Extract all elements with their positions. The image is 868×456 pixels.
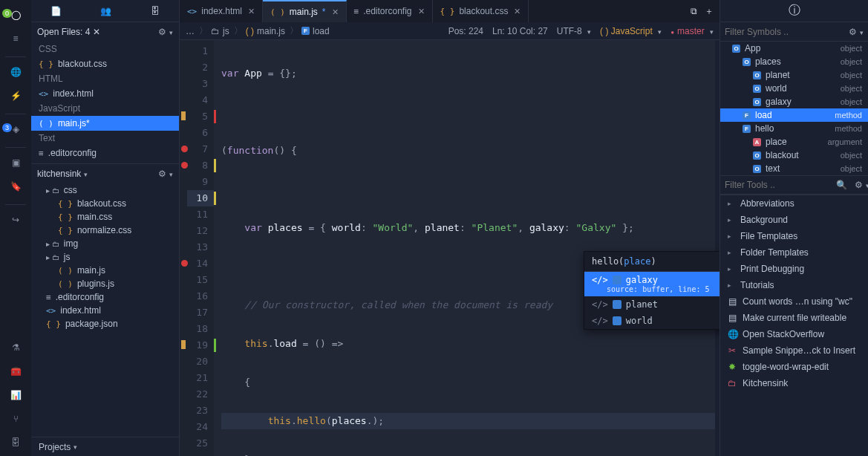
open-files-gear-icon[interactable]: ⚙▾ (158, 27, 173, 37)
sidebar-file-icon[interactable]: 📄 (50, 6, 62, 16)
tool-cat-ftpl[interactable]: ▸File Templates (720, 228, 868, 244)
autocomplete-popup: hello(place) </>galaxyobject source: buf… (584, 251, 719, 330)
tree-file-plugins[interactable]: ( )plugins.js (31, 277, 179, 290)
status-lang[interactable]: ( ) JavaScript ▾ (600, 26, 662, 36)
tree-file-blackout[interactable]: { }blackout.css (31, 197, 179, 210)
tool-cat-bg[interactable]: ▸Background (720, 212, 868, 228)
activity-branch-icon[interactable]: ⑂ (4, 408, 27, 429)
tool-cat-pdbg[interactable]: ▸Print Debugging (720, 261, 868, 277)
activity-list-icon[interactable]: ≡ (4, 28, 27, 49)
close-icon[interactable]: ✕ (418, 7, 425, 16)
symbols-gear-icon[interactable]: ⚙▾ (849, 27, 864, 37)
tab-editorconfig[interactable]: ≡.editorconfig✕ (347, 0, 433, 22)
tool-writable[interactable]: ▤Make current file writeable (720, 310, 868, 326)
symbols-list: OAppobjectOplacesobjectOplanetobjectOwor… (720, 42, 868, 175)
sidebar-users-icon[interactable]: 👥 (100, 6, 111, 16)
open-file-editorconfig[interactable]: ≡.editorconfig (31, 146, 179, 160)
close-all-icon[interactable]: ✕ (93, 27, 100, 37)
tools-filter-input[interactable] (725, 180, 836, 190)
tab-main[interactable]: ( )main.js *✕ (263, 0, 347, 22)
tool-wc[interactable]: ▤Count words …n using "wc" (720, 293, 868, 310)
project-tree: ▸ 🗀css { }blackout.css { }main.css { }no… (31, 183, 179, 437)
autocomplete-item-world[interactable]: </>worldobject (584, 313, 719, 329)
tree-file-normalize[interactable]: { }normalize.css (31, 224, 179, 237)
open-file-blackout[interactable]: { }blackout.css (31, 56, 179, 71)
activity-flask-icon[interactable]: ⚗ (4, 337, 27, 358)
tab-add-icon[interactable]: ＋ (705, 5, 714, 18)
status-branch[interactable]: master ▾ (670, 26, 714, 36)
open-file-index[interactable]: <>index.html (31, 86, 179, 101)
symbol-hello[interactable]: Fhellomethod (720, 122, 868, 135)
tool-cat-fdtpl[interactable]: ▸Folder Templates (720, 244, 868, 261)
tree-file-editorconfig[interactable]: ≡.editorconfig (31, 290, 179, 304)
project-name[interactable]: kitchensink (37, 169, 81, 179)
projects-selector[interactable]: Projects▾ (31, 437, 179, 456)
close-icon[interactable]: ✕ (332, 7, 339, 17)
tool-stackoverflow[interactable]: 🌐Open StackOverflow (720, 326, 868, 342)
symbol-galaxy[interactable]: Ogalaxyobject (720, 95, 868, 108)
tool-kitchensink[interactable]: 🗀Kitchensink (720, 375, 868, 391)
right-panel-info-icon[interactable]: ⓘ (720, 0, 868, 22)
symbol-world[interactable]: Oworldobject (720, 82, 868, 95)
tools-gear-icon[interactable]: ⚙▾ (855, 180, 868, 190)
tree-folder-css[interactable]: ▸ 🗀css (31, 183, 179, 197)
tool-snippet[interactable]: ✂Sample Snippe…ck to Insert (720, 342, 868, 359)
tree-folder-js[interactable]: ▸ 🗀js (31, 250, 179, 264)
activity-chart-icon[interactable]: 📊 (4, 385, 27, 405)
symbol-planet[interactable]: Oplanetobject (720, 68, 868, 82)
crumb-symbol[interactable]: load (313, 26, 330, 36)
symbol-places[interactable]: Oplacesobject (720, 55, 868, 68)
status-encoding[interactable]: UTF-8 ▾ (557, 26, 591, 36)
tab-split-icon[interactable]: ⧉ (691, 6, 697, 16)
activity-db-icon[interactable]: 🗄 (4, 432, 27, 453)
status-pos[interactable]: Pos: 224 (448, 26, 483, 36)
symbol-place[interactable]: Aplaceargument (720, 135, 868, 149)
close-icon[interactable]: ✕ (248, 7, 255, 16)
group-text: Text (31, 131, 179, 146)
status-lncol[interactable]: Ln: 10 Col: 27 (492, 26, 548, 36)
crumb-file[interactable]: main.js (257, 26, 285, 36)
tree-file-package[interactable]: { }package.json (31, 317, 179, 330)
tree-folder-img[interactable]: ▸ 🗀img (31, 237, 179, 250)
autocomplete-item-galaxy[interactable]: </>galaxyobject source: buffer, line: 5p… (584, 272, 719, 296)
gutter[interactable]: 1234 56 789 101112 13141516 17181920 212… (187, 40, 214, 456)
activity-explorer-icon[interactable]: 0◯ (4, 4, 27, 25)
tree-file-maincss[interactable]: { }main.css (31, 210, 179, 224)
tool-wordwrap[interactable]: ✸toggle-word-wrap-edit (720, 359, 868, 375)
symbol-App[interactable]: OAppobject (720, 42, 868, 55)
activity-places-badge: 3 (2, 123, 12, 132)
activity-panel-icon[interactable]: ▣ (4, 152, 27, 173)
activity-bolt-icon[interactable]: ⚡ (4, 85, 27, 106)
sidebar-db-icon[interactable]: 🗄 (151, 6, 160, 16)
tab-index[interactable]: <>index.html✕ (180, 0, 263, 22)
activity-tag-icon[interactable]: 🔖 (4, 176, 27, 197)
activity-toolbox-icon[interactable]: 🧰 (4, 361, 27, 382)
tool-cat-tut[interactable]: ▸Tutorials (720, 277, 868, 293)
activity-share-icon[interactable]: ↪ (4, 209, 27, 230)
autocomplete-item-planet[interactable]: </>planetobject (584, 296, 719, 313)
open-files-title: Open Files: 4 (37, 27, 90, 37)
open-files-panel: Open Files: 4 ✕ ⚙▾ CSS { }blackout.css H… (31, 22, 179, 164)
sidebar: 📄 👥 🗄 Open Files: 4 ✕ ⚙▾ CSS { }blackout… (31, 0, 180, 456)
symbol-load[interactable]: Floadmethod (720, 108, 868, 122)
tools-search-icon[interactable]: 🔍 (836, 180, 847, 190)
symbols-filter-input[interactable] (725, 27, 846, 37)
tree-file-mainjs[interactable]: ( )main.js (31, 264, 179, 277)
activity-places-icon[interactable]: 3◈ (4, 119, 27, 140)
symbol-text[interactable]: Otextobject (720, 162, 868, 175)
open-file-mainjs[interactable]: ( )main.js* (31, 116, 179, 131)
minimap[interactable] (715, 40, 719, 456)
breadcrumb-bar: … 〉🗀js 〉( )main.js 〉Fload Pos: 224 Ln: 1… (180, 22, 719, 40)
tool-cat-abbrev[interactable]: ▸Abbreviations (720, 195, 868, 212)
crumb-ellipsis[interactable]: … (186, 26, 195, 36)
code-editor[interactable]: 1234 56 789 101112 13141516 17181920 212… (180, 40, 719, 456)
project-gear-icon[interactable]: ⚙▾ (158, 169, 173, 179)
tree-file-index[interactable]: <>index.html (31, 304, 179, 317)
symbol-blackout[interactable]: Oblackoutobject (720, 149, 868, 162)
group-js: JavaScript (31, 101, 179, 116)
crumb-folder[interactable]: js (223, 26, 229, 36)
right-panel: ⓘ ⚙▾ OAppobjectOplacesobjectOplanetobjec… (719, 0, 868, 456)
tab-blackout[interactable]: { }blackout.css✕ (433, 0, 529, 22)
close-icon[interactable]: ✕ (514, 7, 521, 16)
activity-globe-icon[interactable]: 🌐 (4, 62, 27, 82)
